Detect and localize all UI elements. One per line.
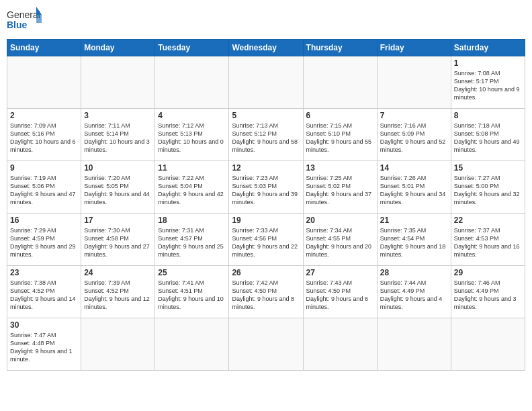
- table-row: 27Sunrise: 7:43 AMSunset: 4:50 PMDayligh…: [303, 266, 377, 318]
- table-row: 19Sunrise: 7:33 AMSunset: 4:56 PMDayligh…: [229, 214, 303, 266]
- day-info: Sunrise: 7:35 AMSunset: 4:54 PMDaylight:…: [380, 226, 448, 259]
- table-row: [229, 318, 303, 371]
- table-row: 5Sunrise: 7:13 AMSunset: 5:12 PMDaylight…: [229, 109, 303, 161]
- day-info: Sunrise: 7:23 AMSunset: 5:03 PMDaylight:…: [232, 174, 300, 207]
- svg-marker-2: [36, 7, 42, 15]
- day-number: 3: [84, 111, 152, 120]
- table-row: 15Sunrise: 7:27 AMSunset: 5:00 PMDayligh…: [451, 161, 525, 214]
- day-info: Sunrise: 7:22 AMSunset: 5:04 PMDaylight:…: [158, 174, 226, 207]
- table-row: [81, 56, 155, 109]
- header: General Blue: [7, 7, 525, 34]
- day-info: Sunrise: 7:42 AMSunset: 4:50 PMDaylight:…: [232, 279, 300, 312]
- day-number: 29: [454, 268, 522, 277]
- col-thursday: Thursday: [303, 40, 377, 56]
- table-row: [155, 56, 229, 109]
- day-info: Sunrise: 7:20 AMSunset: 5:05 PMDaylight:…: [84, 174, 152, 207]
- table-row: 25Sunrise: 7:41 AMSunset: 4:51 PMDayligh…: [155, 266, 229, 318]
- calendar-week-row: 30Sunrise: 7:47 AMSunset: 4:48 PMDayligh…: [7, 318, 525, 371]
- calendar-week-row: 1Sunrise: 7:08 AMSunset: 5:17 PMDaylight…: [7, 56, 525, 109]
- table-row: 11Sunrise: 7:22 AMSunset: 5:04 PMDayligh…: [155, 161, 229, 214]
- col-saturday: Saturday: [451, 40, 525, 56]
- table-row: 1Sunrise: 7:08 AMSunset: 5:17 PMDaylight…: [451, 56, 525, 109]
- table-row: 4Sunrise: 7:12 AMSunset: 5:13 PMDaylight…: [155, 109, 229, 161]
- day-number: 21: [380, 216, 448, 225]
- day-number: 4: [158, 111, 226, 120]
- table-row: 21Sunrise: 7:35 AMSunset: 4:54 PMDayligh…: [377, 214, 451, 266]
- table-row: 16Sunrise: 7:29 AMSunset: 4:59 PMDayligh…: [7, 214, 81, 266]
- day-info: Sunrise: 7:47 AMSunset: 4:48 PMDaylight:…: [10, 331, 78, 364]
- day-number: 26: [232, 268, 300, 277]
- table-row: 30Sunrise: 7:47 AMSunset: 4:48 PMDayligh…: [7, 318, 81, 371]
- table-row: 6Sunrise: 7:15 AMSunset: 5:10 PMDaylight…: [303, 109, 377, 161]
- day-info: Sunrise: 7:27 AMSunset: 5:00 PMDaylight:…: [454, 174, 522, 207]
- day-number: 16: [10, 216, 78, 225]
- calendar-week-row: 2Sunrise: 7:09 AMSunset: 5:16 PMDaylight…: [7, 109, 525, 161]
- day-number: 23: [10, 268, 78, 277]
- day-number: 5: [232, 111, 300, 120]
- table-row: 29Sunrise: 7:46 AMSunset: 4:49 PMDayligh…: [451, 266, 525, 318]
- day-info: Sunrise: 7:29 AMSunset: 4:59 PMDaylight:…: [10, 226, 78, 259]
- day-info: Sunrise: 7:34 AMSunset: 4:55 PMDaylight:…: [306, 226, 374, 259]
- day-info: Sunrise: 7:43 AMSunset: 4:50 PMDaylight:…: [306, 279, 374, 312]
- day-number: 17: [84, 216, 152, 225]
- generalblue-logo-icon: General Blue: [7, 7, 42, 34]
- calendar-week-row: 23Sunrise: 7:38 AMSunset: 4:52 PMDayligh…: [7, 266, 525, 318]
- table-row: 2Sunrise: 7:09 AMSunset: 5:16 PMDaylight…: [7, 109, 81, 161]
- day-info: Sunrise: 7:38 AMSunset: 4:52 PMDaylight:…: [10, 279, 78, 312]
- day-number: 22: [454, 216, 522, 225]
- calendar-week-row: 9Sunrise: 7:19 AMSunset: 5:06 PMDaylight…: [7, 161, 525, 214]
- day-info: Sunrise: 7:46 AMSunset: 4:49 PMDaylight:…: [454, 279, 522, 312]
- day-number: 11: [158, 163, 226, 173]
- day-info: Sunrise: 7:11 AMSunset: 5:14 PMDaylight:…: [84, 122, 152, 154]
- day-number: 19: [232, 216, 300, 225]
- day-number: 2: [10, 111, 78, 120]
- day-info: Sunrise: 7:08 AMSunset: 5:17 PMDaylight:…: [454, 69, 522, 102]
- day-info: Sunrise: 7:39 AMSunset: 4:52 PMDaylight:…: [84, 279, 152, 312]
- table-row: 24Sunrise: 7:39 AMSunset: 4:52 PMDayligh…: [81, 266, 155, 318]
- table-row: 14Sunrise: 7:26 AMSunset: 5:01 PMDayligh…: [377, 161, 451, 214]
- table-row: [303, 318, 377, 371]
- table-row: 17Sunrise: 7:30 AMSunset: 4:58 PMDayligh…: [81, 214, 155, 266]
- table-row: 23Sunrise: 7:38 AMSunset: 4:52 PMDayligh…: [7, 266, 81, 318]
- svg-rect-3: [36, 15, 42, 23]
- day-info: Sunrise: 7:44 AMSunset: 4:49 PMDaylight:…: [380, 279, 448, 312]
- table-row: 7Sunrise: 7:16 AMSunset: 5:09 PMDaylight…: [377, 109, 451, 161]
- table-row: 10Sunrise: 7:20 AMSunset: 5:05 PMDayligh…: [81, 161, 155, 214]
- day-info: Sunrise: 7:19 AMSunset: 5:06 PMDaylight:…: [10, 174, 78, 207]
- day-info: Sunrise: 7:25 AMSunset: 5:02 PMDaylight:…: [306, 174, 374, 207]
- day-number: 8: [454, 111, 522, 120]
- day-info: Sunrise: 7:37 AMSunset: 4:53 PMDaylight:…: [454, 226, 522, 259]
- day-number: 25: [158, 268, 226, 277]
- day-info: Sunrise: 7:41 AMSunset: 4:51 PMDaylight:…: [158, 279, 226, 312]
- day-number: 24: [84, 268, 152, 277]
- day-number: 15: [454, 163, 522, 173]
- table-row: 13Sunrise: 7:25 AMSunset: 5:02 PMDayligh…: [303, 161, 377, 214]
- table-row: 26Sunrise: 7:42 AMSunset: 4:50 PMDayligh…: [229, 266, 303, 318]
- table-row: 22Sunrise: 7:37 AMSunset: 4:53 PMDayligh…: [451, 214, 525, 266]
- day-info: Sunrise: 7:18 AMSunset: 5:08 PMDaylight:…: [454, 122, 522, 154]
- day-info: Sunrise: 7:12 AMSunset: 5:13 PMDaylight:…: [158, 122, 226, 154]
- day-info: Sunrise: 7:31 AMSunset: 4:57 PMDaylight:…: [158, 226, 226, 259]
- day-number: 6: [306, 111, 374, 120]
- day-info: Sunrise: 7:13 AMSunset: 5:12 PMDaylight:…: [232, 122, 300, 154]
- calendar-week-row: 16Sunrise: 7:29 AMSunset: 4:59 PMDayligh…: [7, 214, 525, 266]
- table-row: 8Sunrise: 7:18 AMSunset: 5:08 PMDaylight…: [451, 109, 525, 161]
- day-number: 7: [380, 111, 448, 120]
- day-number: 13: [306, 163, 374, 173]
- table-row: [303, 56, 377, 109]
- day-info: Sunrise: 7:09 AMSunset: 5:16 PMDaylight:…: [10, 122, 78, 154]
- table-row: [451, 318, 525, 371]
- day-number: 1: [454, 58, 522, 68]
- day-info: Sunrise: 7:33 AMSunset: 4:56 PMDaylight:…: [232, 226, 300, 259]
- calendar-table: Sunday Monday Tuesday Wednesday Thursday…: [7, 39, 525, 371]
- day-info: Sunrise: 7:30 AMSunset: 4:58 PMDaylight:…: [84, 226, 152, 259]
- col-sunday: Sunday: [7, 40, 81, 56]
- table-row: [229, 56, 303, 109]
- day-number: 12: [232, 163, 300, 173]
- table-row: [377, 56, 451, 109]
- day-number: 28: [380, 268, 448, 277]
- day-info: Sunrise: 7:26 AMSunset: 5:01 PMDaylight:…: [380, 174, 448, 207]
- col-friday: Friday: [377, 40, 451, 56]
- table-row: [81, 318, 155, 371]
- day-number: 27: [306, 268, 374, 277]
